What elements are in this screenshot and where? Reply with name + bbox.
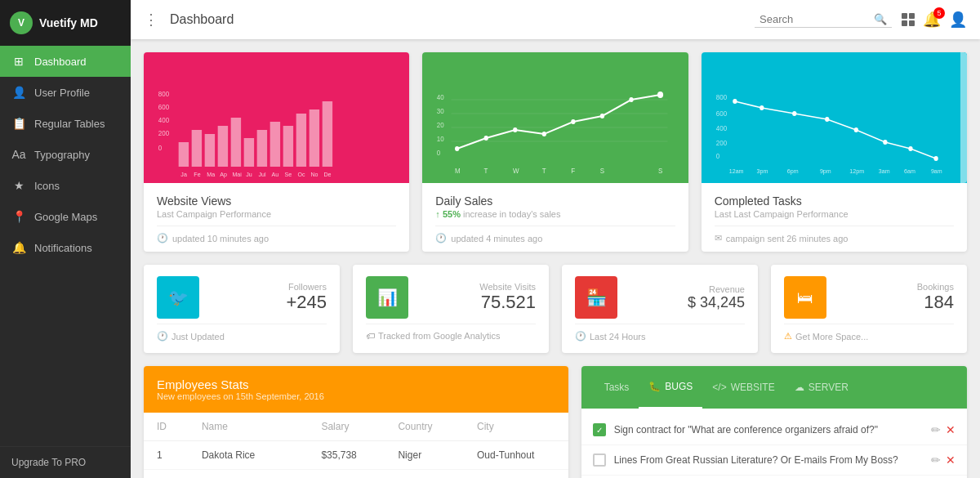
chart-title: Website Views — [157, 194, 396, 208]
chart-icon-box: 📊 — [366, 276, 408, 319]
sidebar-nav: ⊞ Dashboard 👤 User Profile 📋 Regular Tab… — [0, 46, 131, 446]
chart-title: Completed Tasks — [715, 194, 954, 208]
svg-point-44 — [630, 97, 634, 102]
svg-text:S: S — [600, 167, 605, 176]
tab-tasks[interactable]: Tasks — [595, 366, 639, 409]
twitter-stat-card: 🐦 Followers +245 🕐 Just Updated — [144, 265, 340, 353]
tab-server[interactable]: ☁ SERVER — [785, 366, 858, 409]
topbar: ⋮ Dashboard 🔍 🔔 5 👤 — [131, 0, 980, 39]
employees-table-card: Employees Stats New employees on 15th Se… — [144, 366, 568, 478]
stat-right: Website Visits 75.521 — [479, 282, 536, 313]
cell-salary: $23,789 — [308, 470, 385, 479]
svg-text:T: T — [484, 167, 488, 176]
svg-text:12am: 12am — [728, 168, 743, 176]
table-header-sub: New employees on 15th September, 2016 — [157, 391, 555, 401]
cell-country: Curaçao — [385, 470, 464, 479]
sidebar-item-regular-tables[interactable]: 📋 Regular Tables — [0, 108, 131, 139]
stat-card-top: 🐦 Followers +245 — [157, 276, 327, 319]
stat-footer: 🕐 Last 24 Hours — [575, 324, 745, 342]
table-header: Employees Stats New employees on 15th Se… — [144, 366, 568, 413]
tasks-body: ✓ Sign contract for "What are conference… — [581, 409, 967, 478]
user-icon: 👤 — [11, 86, 26, 99]
svg-point-61 — [825, 117, 829, 122]
svg-text:800: 800 — [158, 90, 170, 99]
stat-card-top: 🏪 Revenue $ 34,245 — [575, 276, 745, 319]
task-item: Lines From Great Russian Literature? Or … — [581, 445, 967, 476]
website-label: WEBSITE — [731, 382, 775, 393]
svg-text:Se: Se — [284, 171, 292, 179]
task-checkbox[interactable] — [593, 453, 606, 467]
svg-rect-10 — [244, 138, 254, 167]
svg-text:6am: 6am — [904, 168, 915, 176]
stat-right: Followers +245 — [286, 282, 327, 313]
icons-icon: ★ — [11, 179, 26, 192]
sidebar-item-notifications[interactable]: 🔔 Notifications — [0, 232, 131, 263]
user-account-button[interactable]: 👤 — [949, 11, 967, 29]
tasks-card: Tasks 🐛 BUGS </> WEBSITE ☁ SERVER — [581, 366, 967, 478]
svg-point-64 — [908, 146, 912, 151]
svg-rect-15 — [310, 109, 319, 167]
completed-tasks-card: 800 600 400 200 0 — [702, 52, 967, 252]
scrollbar[interactable] — [960, 52, 967, 183]
sidebar-item-dashboard[interactable]: ⊞ Dashboard — [0, 46, 131, 77]
svg-rect-13 — [283, 126, 293, 167]
table-header-row: ID Name Salary Country City — [144, 413, 568, 441]
svg-point-59 — [760, 105, 764, 110]
cell-id: 1 — [144, 441, 189, 470]
website-views-body: Website Views Last Campaign Performance … — [144, 183, 409, 252]
notifications-button[interactable]: 🔔 5 — [923, 11, 941, 29]
server-label: SERVER — [808, 382, 849, 393]
svg-text:400: 400 — [715, 124, 727, 133]
search-icon[interactable]: 🔍 — [874, 13, 887, 25]
daily-sales-chart: 40 30 20 10 0 — [422, 52, 688, 183]
svg-point-60 — [792, 111, 796, 116]
svg-text:400: 400 — [158, 116, 170, 125]
task-edit-button[interactable]: ✏ — [931, 423, 941, 436]
svg-text:S: S — [658, 167, 663, 176]
main-content: ⋮ Dashboard 🔍 🔔 5 👤 80 — [131, 0, 980, 478]
tasks-label: Tasks — [604, 382, 630, 393]
svg-text:200: 200 — [158, 129, 170, 138]
sidebar-item-label: Regular Tables — [34, 118, 105, 130]
task-checkbox[interactable]: ✓ — [593, 423, 606, 436]
completed-tasks-svg: 800 600 400 200 0 — [715, 85, 954, 183]
cell-city: Oud-Tunhout — [464, 441, 568, 470]
line-chart-svg: 40 30 20 10 0 — [435, 85, 675, 183]
store-icon: 🏪 — [586, 288, 607, 307]
search-input[interactable] — [760, 13, 874, 25]
tab-website[interactable]: </> WEBSITE — [702, 366, 784, 409]
grid-view-button[interactable] — [902, 13, 915, 26]
email-icon: ✉ — [715, 233, 722, 243]
svg-text:Au: Au — [271, 171, 278, 179]
svg-text:10: 10 — [437, 135, 444, 144]
svg-point-39 — [484, 136, 488, 141]
menu-icon[interactable]: ⋮ — [144, 11, 158, 29]
upgrade-button[interactable]: Upgrade To PRO — [0, 446, 131, 478]
cloud-icon: ☁ — [795, 382, 804, 393]
task-edit-button[interactable]: ✏ — [931, 453, 941, 467]
task-delete-button[interactable]: ✕ — [946, 423, 956, 436]
task-delete-button[interactable]: ✕ — [946, 453, 956, 467]
svg-rect-8 — [218, 126, 228, 167]
chart-footer: ✉ campaign sent 26 minutes ago — [715, 226, 954, 243]
cell-city: Sinaai-Waas — [464, 470, 568, 479]
svg-point-42 — [572, 119, 576, 124]
sidebar-item-user-profile[interactable]: 👤 User Profile — [0, 77, 131, 108]
website-views-card: 800 600 400 200 0 — [144, 52, 409, 252]
chart-footer: 🕐 updated 4 minutes ago — [435, 226, 675, 243]
svg-text:0: 0 — [437, 149, 441, 158]
task-text: Sign contract for "What are conference o… — [614, 424, 923, 436]
stat-footer: 🕐 Just Updated — [157, 324, 327, 342]
sidebar-item-google-maps[interactable]: 📍 Google Maps — [0, 201, 131, 232]
chart-cards-row: 800 600 400 200 0 — [144, 52, 967, 252]
col-salary: Salary — [308, 413, 385, 441]
tab-bugs[interactable]: 🐛 BUGS — [639, 366, 702, 409]
tasks-header: Tasks 🐛 BUGS </> WEBSITE ☁ SERVER — [581, 366, 967, 409]
svg-text:De: De — [323, 171, 331, 179]
stat-value: 75.521 — [479, 292, 536, 313]
cell-name: Minerva Hooper — [189, 470, 308, 479]
sidebar-item-typography[interactable]: Aa Typography — [0, 139, 131, 170]
col-city: City — [464, 413, 568, 441]
sidebar-item-icons[interactable]: ★ Icons — [0, 170, 131, 201]
sidebar-item-label: Typography — [34, 149, 90, 161]
